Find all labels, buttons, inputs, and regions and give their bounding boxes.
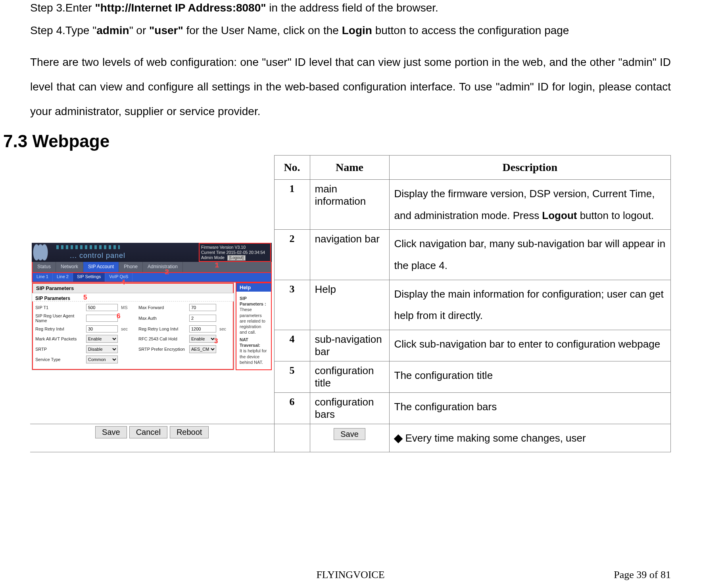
main-information-box: Firmware Version V3.10 Current Time 2015…	[199, 243, 271, 262]
control-panel-label: ... control panel	[70, 252, 125, 260]
row5-no: 5	[274, 361, 310, 392]
unit-ms: MS	[121, 305, 135, 310]
row7-no	[274, 424, 310, 452]
callout-3: 3	[214, 337, 218, 345]
s4b: admin	[96, 24, 129, 37]
sub-navigation-bar: Line 1 Line 2 SIP Settings VoIP QoS	[32, 273, 272, 282]
input-reg-retry-long[interactable]	[189, 325, 216, 332]
help-panel: Help SIP Parameters : These parameters a…	[236, 282, 272, 370]
unit-sec1: sec	[121, 327, 135, 331]
firmware-version: Firmware Version V3.10	[201, 245, 269, 250]
label-sip-t1: SIP T1	[35, 305, 83, 310]
screenshot: ... control panel Firmware Version V3.10…	[32, 243, 272, 370]
configuration-title: SIP Parameters	[32, 283, 234, 293]
select-srtp[interactable]: Disable	[86, 345, 118, 353]
input-reg-retry[interactable]	[86, 325, 118, 332]
label-srtp: SRTP	[35, 347, 83, 352]
screenshot-cell: ... control panel Firmware Version V3.10…	[30, 156, 274, 424]
row7-desc-text: Every time making some changes, user	[405, 432, 586, 444]
step3-prefix: Step 3.Enter	[30, 2, 95, 14]
shot-header: ... control panel Firmware Version V3.10…	[32, 243, 272, 262]
subtab-line2[interactable]: Line 2	[53, 273, 73, 282]
s4a: Step 4.Type "	[30, 24, 96, 37]
fig2-save-button[interactable]: Save	[334, 428, 365, 440]
s4e: for the User Name, click on the	[183, 24, 342, 37]
label-reg-retry: Reg Retry Intvl	[35, 327, 83, 331]
s4f: Login	[342, 24, 372, 37]
tab-network[interactable]: Network	[56, 262, 83, 272]
label-srtp-enc: SRTP Prefer Encryption	[138, 347, 186, 352]
th-desc: Description	[389, 156, 671, 180]
label-reg-ua-name: SIP Reg User Agent Name	[35, 313, 83, 323]
configuration-panel: SIP Parameters SIP Parameters SIP T1 MS …	[32, 282, 234, 370]
admin-mode-label: Admin Mode	[201, 255, 225, 260]
row7-desc: Every time making some changes, user	[389, 424, 671, 452]
webpage-table: ... control panel Firmware Version V3.10…	[30, 155, 671, 452]
help-h1: SIP Parameters :	[240, 296, 268, 307]
th-no: No.	[274, 156, 310, 180]
label-reg-retry-long: Reg Retry Long Intvl	[138, 327, 186, 331]
select-rfc2543[interactable]: Enable	[189, 335, 216, 343]
row2-no: 2	[274, 230, 310, 280]
buttons-figure-1-cell: Save Cancel Reboot	[30, 424, 274, 452]
logout-button[interactable]: [Logout]	[227, 255, 246, 261]
select-service-type[interactable]: Common	[86, 355, 118, 363]
input-reg-ua-name[interactable]	[86, 315, 118, 322]
row6-desc: The configuration bars	[389, 392, 671, 424]
row5-desc: The configuration title	[389, 361, 671, 392]
label-mark-avt: Mark All AVT Packets	[35, 336, 83, 341]
header-dots	[56, 245, 120, 249]
shot-body: SIP Parameters SIP Parameters SIP T1 MS …	[32, 282, 272, 370]
row2-desc: Click navigation bar, many sub-navigatio…	[389, 230, 671, 280]
row1-no: 1	[274, 180, 310, 230]
callout-6: 6	[117, 312, 120, 320]
page-footer: FLYINGVOICE Page 39 of 81	[0, 569, 701, 581]
logo-icon	[32, 243, 56, 262]
row1-desc: Display the firmware version, DSP versio…	[389, 180, 671, 230]
row1-desc-c: button to logout.	[577, 209, 654, 221]
fig1-save-button[interactable]: Save	[95, 426, 127, 438]
input-max-auth[interactable]	[189, 315, 216, 322]
tab-phone[interactable]: Phone	[119, 262, 143, 272]
step-3: Step 3.Enter "http://Internet IP Address…	[30, 0, 671, 15]
step3-suffix: in the address field of the browser.	[266, 2, 438, 14]
label-max-auth: Max Auth	[138, 316, 186, 321]
row4-no: 4	[274, 330, 310, 361]
fig1-reboot-button[interactable]: Reboot	[170, 426, 209, 438]
help-p2: It is helpful for the device behind NAT.	[240, 348, 268, 365]
input-sip-t1[interactable]	[86, 304, 118, 311]
callout-4: 4	[121, 279, 125, 286]
input-max-forward[interactable]	[189, 304, 216, 311]
th-name: Name	[310, 156, 389, 180]
buttons-figure-1: Save Cancel Reboot	[30, 424, 274, 440]
row3-desc: Display the main information for configu…	[389, 280, 671, 330]
subtab-sip-settings[interactable]: SIP Settings	[73, 273, 105, 282]
select-srtp-enc[interactable]: AES_CM	[189, 345, 216, 353]
configuration-subtitle: SIP Parameters	[32, 293, 234, 302]
subtab-voip-qos[interactable]: VoIP QoS	[105, 273, 133, 282]
buttons-figure-2-cell: Save	[310, 424, 389, 452]
row6-name: configuration bars	[310, 392, 389, 424]
row4-desc: Click sub-navigation bar to enter to con…	[389, 330, 671, 361]
subtab-line1[interactable]: Line 1	[33, 273, 53, 282]
s4g: button to access the configuration page	[372, 24, 569, 37]
select-mark-avt[interactable]: Enable	[86, 335, 118, 343]
levels-paragraph: There are two levels of web configuratio…	[30, 50, 671, 123]
tab-sip-account[interactable]: SIP Account	[83, 262, 119, 272]
callout-5: 5	[83, 294, 87, 302]
s4c: " or	[129, 24, 149, 37]
fig1-cancel-button[interactable]: Cancel	[129, 426, 167, 438]
tab-administration[interactable]: Administration	[143, 262, 183, 272]
table-row: Save Cancel Reboot Save Every time makin…	[30, 424, 671, 452]
help-p1: These parameters are related to registra…	[240, 307, 268, 335]
label-rfc2543: RFC 2543 Call Hold	[138, 336, 186, 341]
row2-name: navigation bar	[310, 230, 389, 280]
row3-name: Help	[310, 280, 389, 330]
help-h2: NAT Traversal:	[240, 337, 268, 348]
navigation-bar: Status Network SIP Account Phone Adminis…	[32, 262, 272, 273]
row5-name: configuration title	[310, 361, 389, 392]
row4-name: sub-navigation bar	[310, 330, 389, 361]
row1-name: main information	[310, 180, 389, 230]
tab-status[interactable]: Status	[33, 262, 56, 272]
row1-desc-b: Logout	[542, 209, 577, 221]
